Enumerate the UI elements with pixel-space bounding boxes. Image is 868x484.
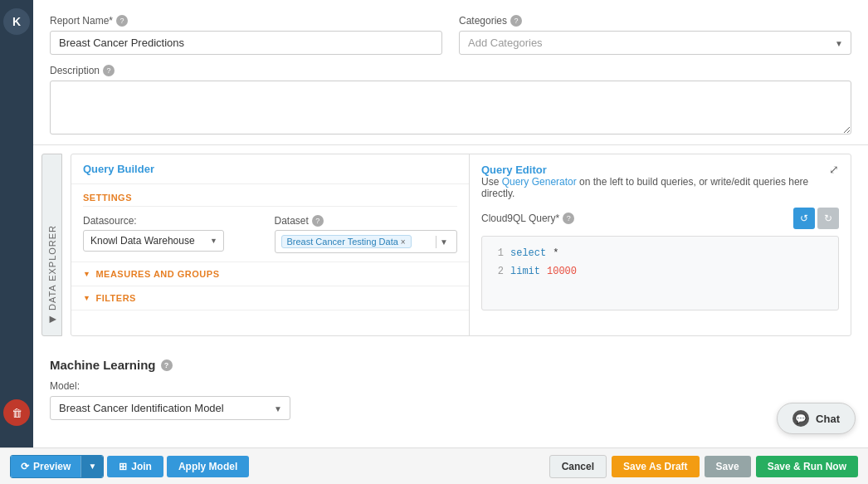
categories-help-icon[interactable]: ? (510, 15, 522, 27)
bottom-toolbar: ⟳ Preview ▼ ⊞ Join Apply Model Cancel Sa… (0, 447, 868, 484)
save-run-now-button[interactable]: Save & Run Now (756, 456, 858, 477)
measures-collapse-icon: ▼ (83, 270, 90, 278)
settings-section: SETTINGS Datasource: Knowl Data Warehous… (71, 184, 469, 262)
query-editor-panel: Query Editor ⤢ Use Query Generator on th… (470, 154, 851, 335)
cloud9ql-label: Cloud9QL Query* ? (481, 213, 574, 224)
chat-label: Chat (816, 413, 840, 425)
chat-icon: 💬 (792, 410, 809, 427)
trash-icon: 🗑 (12, 407, 22, 419)
filters-header[interactable]: ▼ FILTERS (83, 293, 457, 303)
chat-button[interactable]: 💬 Chat (777, 403, 856, 434)
query-builder-title: Query Builder (83, 163, 154, 175)
description-label: Description ? (50, 65, 851, 76)
ml-model-label: Model: (50, 380, 851, 392)
ml-select-wrapper: Breast Cancer Identification Model (50, 396, 290, 420)
query-builder-tab-wrapper: ◀ DATA EXPLORER Query Builder SETTINGS D… (41, 154, 860, 336)
query-builder-header: Query Builder (71, 154, 469, 184)
reset-icon: ↺ (800, 213, 808, 224)
filters-collapse-icon: ▼ (83, 294, 90, 302)
datasource-group: Datasource: Knowl Data Warehouse (83, 215, 266, 252)
query-editor-title: Query Editor (481, 164, 547, 176)
datasource-label: Datasource: (83, 215, 266, 227)
datasource-select[interactable]: Knowl Data Warehouse (83, 230, 224, 252)
query-editor-label-row: Cloud9QL Query* ? ↺ ↻ (481, 208, 839, 229)
code-editor[interactable]: 1 select * 2 limit 10000 (481, 236, 839, 310)
ml-section: Machine Learning ? Model: Breast Cancer … (33, 345, 868, 430)
ml-title: Machine Learning ? (50, 358, 851, 372)
code-line-1: 1 select * (492, 245, 828, 263)
query-section: Query Builder SETTINGS Datasource: Knowl… (71, 154, 851, 336)
cloud9ql-help-icon[interactable]: ? (563, 213, 574, 224)
dataset-input[interactable]: Breast Cancer Testing Data × ▼ (275, 230, 458, 253)
form-section: Report Name* ? Categories ? Add Categori… (33, 0, 868, 145)
code-line-2: 2 limit 10000 (492, 263, 828, 281)
chevron-down-icon: ▼ (88, 462, 96, 471)
report-name-label: Report Name* ? (50, 15, 442, 27)
ml-model-select[interactable]: Breast Cancer Identification Model (50, 396, 290, 420)
query-builder-panel: Query Builder SETTINGS Datasource: Knowl… (71, 154, 470, 335)
main-content: Report Name* ? Categories ? Add Categori… (33, 0, 868, 484)
apply-model-button[interactable]: Apply Model (167, 456, 249, 477)
report-name-group: Report Name* ? (50, 15, 442, 55)
query-editor-info: Use Query Generator on the left to build… (481, 176, 839, 199)
categories-select-wrapper: Add Categories (459, 31, 851, 55)
measures-header[interactable]: ▼ MEASURES AND GROUPS (83, 269, 457, 279)
dataset-tag: Breast Cancer Testing Data × (281, 235, 412, 248)
preview-icon: ⟳ (21, 461, 29, 472)
dataset-label: Dataset ? (275, 215, 458, 227)
expand-icon[interactable]: ⤢ (829, 163, 839, 176)
categories-select[interactable]: Add Categories (459, 31, 851, 55)
cancel-button[interactable]: Cancel (549, 455, 607, 478)
datasource-wrapper: Knowl Data Warehouse (83, 230, 224, 252)
settings-row: Datasource: Knowl Data Warehouse Dataset (83, 215, 457, 253)
filters-section: ▼ FILTERS (71, 286, 469, 310)
dataset-group: Dataset ? Breast Cancer Testing Data × ▼ (275, 215, 458, 253)
preview-button[interactable]: ⟳ Preview (11, 456, 80, 477)
query-btn-group: ↺ ↻ (793, 208, 839, 229)
join-icon: ⊞ (119, 461, 127, 472)
clear-icon: ↻ (824, 213, 832, 224)
report-name-input[interactable] (50, 31, 442, 55)
code-select: select (510, 245, 546, 263)
code-limit: limit (510, 263, 540, 281)
preview-group: ⟳ Preview ▼ (10, 455, 104, 478)
sidebar: K 🗑 (0, 0, 33, 484)
save-button[interactable]: Save (705, 456, 751, 477)
sidebar-logo[interactable]: K (3, 8, 30, 35)
ml-help-icon[interactable]: ? (161, 359, 173, 371)
query-editor-header: Query Editor ⤢ (481, 163, 839, 176)
report-name-help-icon[interactable]: ? (116, 15, 128, 27)
delete-button[interactable]: 🗑 (3, 399, 30, 426)
query-generator-link[interactable]: Query Generator (502, 176, 577, 188)
settings-label: SETTINGS (83, 193, 457, 207)
toolbar-left: ⟳ Preview ▼ ⊞ Join Apply Model (10, 455, 249, 478)
dataset-help-icon[interactable]: ? (312, 215, 324, 227)
preview-dropdown-button[interactable]: ▼ (80, 456, 103, 477)
query-section-wrapper: ◀ DATA EXPLORER Query Builder SETTINGS D… (33, 145, 868, 345)
query-clear-btn[interactable]: ↻ (817, 208, 839, 229)
description-help-icon[interactable]: ? (103, 65, 115, 76)
save-as-draft-button[interactable]: Save As Draft (612, 456, 700, 477)
categories-label: Categories ? (459, 15, 851, 27)
description-group: Description ? (50, 65, 851, 134)
data-explorer-tab[interactable]: ◀ DATA EXPLORER (41, 154, 62, 336)
dataset-tag-close[interactable]: × (401, 237, 406, 247)
arrow-left-icon: ◀ (46, 314, 57, 325)
toolbar-right: Cancel Save As Draft Save Save & Run Now (549, 455, 858, 478)
join-button[interactable]: ⊞ Join (107, 456, 163, 477)
dataset-dropdown-btn[interactable]: ▼ (436, 236, 451, 248)
query-reset-btn[interactable]: ↺ (793, 208, 815, 229)
description-textarea[interactable] (50, 81, 851, 134)
measures-section: ▼ MEASURES AND GROUPS (71, 262, 469, 286)
categories-group: Categories ? Add Categories (459, 15, 851, 55)
